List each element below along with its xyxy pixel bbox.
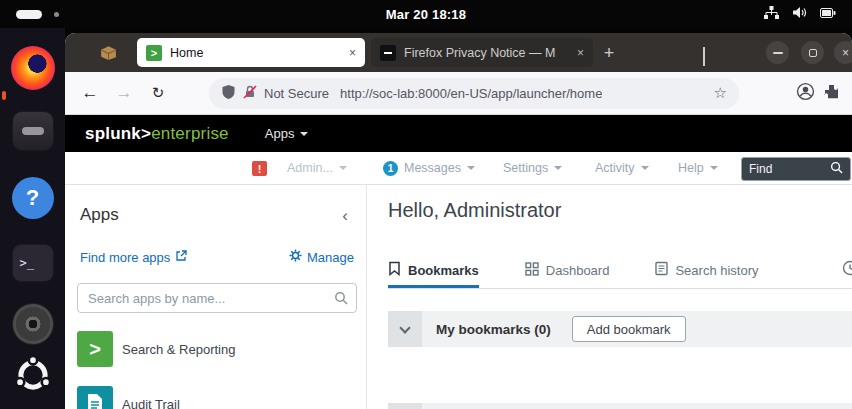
activity-menu[interactable]: Activity	[595, 152, 649, 184]
add-bookmark-button[interactable]: Add bookmark	[572, 316, 686, 342]
tab-privacy-notice[interactable]: Firefox Privacy Notice — M ×	[371, 38, 593, 67]
apps-panel: Apps ‹ Find more apps Manage	[65, 185, 367, 409]
caret-down-icon	[554, 166, 562, 170]
apps-search	[77, 283, 357, 313]
chevron-down-icon	[399, 322, 410, 333]
clock-icon[interactable]	[842, 260, 852, 280]
splunk-menu-bar: ! Admin... 1 Messages Settings Activity …	[65, 152, 852, 185]
page-title: Hello, Administrator	[388, 199, 561, 222]
caret-down-icon	[300, 132, 308, 136]
launcher-tabs: Bookmarks Dashboard Search history	[388, 255, 852, 289]
back-button[interactable]: ←	[75, 78, 105, 108]
close-window-button[interactable]: ×	[834, 41, 852, 64]
tab-home[interactable]: > Home ×	[137, 38, 365, 67]
firefox-icon	[11, 46, 55, 90]
help-icon: ?	[12, 177, 54, 219]
find-box[interactable]	[741, 157, 851, 181]
account-icon[interactable]	[796, 82, 815, 105]
insecure-lock-icon[interactable]	[243, 84, 257, 102]
system-top-bar: Mar 20 18:18	[0, 0, 852, 28]
ubuntu-logo-icon	[14, 356, 52, 398]
messages-menu[interactable]: 1 Messages	[383, 152, 475, 184]
logo-arrow: >	[141, 124, 151, 143]
settings-menu-label: Settings	[503, 161, 548, 175]
battery-icon	[820, 5, 836, 23]
splunk-favicon: >	[146, 45, 162, 61]
logo-product: enterprise	[151, 124, 229, 143]
apps-menu[interactable]: Apps	[265, 126, 309, 141]
app-item-search-reporting[interactable]: > Search & Reporting	[77, 331, 235, 367]
dark-app-icon	[12, 111, 54, 151]
dock: ? >_	[0, 28, 65, 409]
external-link-icon	[175, 250, 187, 265]
system-clock[interactable]: Mar 20 18:18	[0, 0, 852, 28]
help-dock-icon[interactable]: ?	[10, 175, 55, 220]
audit-trail-app-icon	[77, 386, 113, 409]
close-tab-icon[interactable]: ×	[349, 47, 356, 59]
collapse-bookmarks-button[interactable]	[388, 311, 422, 347]
tab-bookmarks[interactable]: Bookmarks	[388, 261, 479, 288]
browser-window: > Home × Firefox Privacy Notice — M × + …	[65, 33, 852, 409]
firefox-view-button[interactable]	[99, 44, 118, 65]
firefox-dock-icon[interactable]	[10, 45, 55, 90]
maximize-button[interactable]	[801, 41, 824, 64]
launcher-main: Hello, Administrator Bookmarks Dashboard…	[368, 185, 852, 409]
my-bookmarks-panel: My bookmarks (0) Add bookmark	[388, 311, 852, 347]
apps-panel-links: Find more apps Manage	[80, 249, 354, 265]
admin-menu[interactable]: Admin...	[287, 152, 347, 184]
forward-button[interactable]: →	[109, 78, 139, 108]
security-label: Not Secure	[264, 86, 329, 101]
settings-menu[interactable]: Settings	[503, 152, 562, 184]
find-more-apps-label: Find more apps	[80, 250, 170, 265]
system-tray[interactable]	[764, 0, 836, 28]
warning-badge[interactable]: !	[252, 161, 267, 176]
extensions-icon[interactable]	[823, 83, 840, 104]
caret-down-icon	[710, 166, 718, 170]
page-favicon	[380, 45, 396, 61]
caret-down-icon	[339, 166, 347, 170]
help-menu[interactable]: Help	[678, 152, 718, 184]
navigation-toolbar: ← → ↻ Not Secure http://soc-lab:8000/en-…	[65, 72, 852, 115]
collapse-next-panel-button[interactable]	[388, 403, 422, 409]
url-bar[interactable]: Not Secure http://soc-lab:8000/en-US/app…	[209, 78, 739, 109]
admin-menu-label: Admin...	[287, 161, 333, 175]
terminal-dock-icon[interactable]: >_	[10, 240, 55, 285]
apps-search-input[interactable]	[77, 283, 357, 313]
splunk-content: Apps ‹ Find more apps Manage	[65, 185, 852, 409]
next-panel-partial	[388, 403, 852, 409]
minimize-button[interactable]	[766, 41, 789, 64]
list-tabs-button[interactable]	[703, 47, 705, 65]
close-tab-icon[interactable]: ×	[577, 47, 584, 59]
search-icon	[830, 161, 843, 177]
splunk-logo: splunk>enterprise	[85, 124, 229, 144]
messages-menu-label: Messages	[404, 161, 461, 175]
find-more-apps-link[interactable]: Find more apps	[80, 250, 187, 265]
bookmark-icon	[388, 261, 401, 279]
bookmark-star-icon[interactable]: ☆	[714, 84, 727, 102]
ubuntu-dock-icon[interactable]	[10, 354, 55, 399]
messages-count-badge: 1	[383, 161, 398, 176]
url-text: http://soc-lab:8000/en-US/app/launcher/h…	[340, 86, 602, 101]
dark-app-dock-icon[interactable]	[10, 108, 55, 153]
logo-brand: splunk	[85, 124, 141, 143]
collapse-panel-icon[interactable]: ‹	[342, 207, 348, 224]
tab-search-history[interactable]: Search history	[655, 261, 758, 288]
tab-label: Dashboard	[546, 263, 610, 278]
tab-dashboard[interactable]: Dashboard	[525, 262, 610, 288]
volume-icon	[792, 5, 807, 23]
new-tab-button[interactable]: +	[597, 41, 621, 65]
chevron-down-icon	[703, 47, 705, 66]
find-input[interactable]	[749, 162, 826, 176]
gear-icon	[289, 249, 302, 265]
caret-down-icon	[641, 166, 649, 170]
manage-apps-link[interactable]: Manage	[289, 249, 354, 265]
tab-strip: > Home × Firefox Privacy Notice — M × + …	[65, 33, 852, 72]
search-reporting-app-icon: >	[77, 331, 113, 367]
shield-icon[interactable]	[221, 84, 236, 103]
dashboard-grid-icon	[525, 262, 539, 279]
disc-dock-icon[interactable]	[10, 301, 55, 346]
tab-label: Firefox Privacy Notice — M	[404, 46, 569, 60]
search-icon	[334, 291, 348, 309]
reload-button[interactable]: ↻	[143, 78, 173, 108]
app-item-audit-trail[interactable]: Audit Trail	[77, 386, 180, 409]
